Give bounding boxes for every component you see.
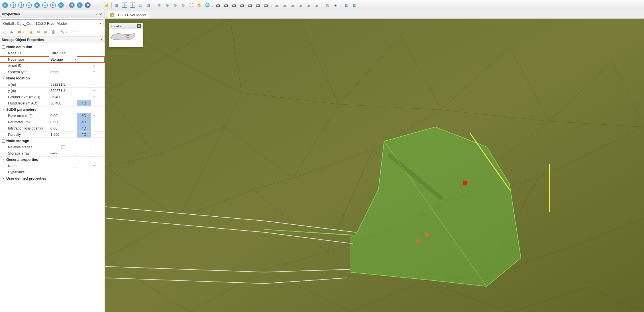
prop-value-input[interactable]: Culv_Out	[49, 50, 77, 56]
ellipsis-button[interactable]: ...	[74, 153, 76, 156]
db-lock-button[interactable]: 🗃	[238, 1, 246, 9]
zoom-extents-button[interactable]: ⛶	[187, 1, 195, 9]
geo-canvas[interactable]: Locator ✕	[105, 19, 644, 312]
prop-flag[interactable]: #D	[77, 113, 91, 119]
skip-back-button[interactable]: ⏮	[1, 1, 9, 9]
group-suds-parameters[interactable]: −SUDS parameters	[0, 106, 105, 113]
panel-maximize-button[interactable]: ▭	[93, 12, 97, 17]
collapse-icon[interactable]: −	[2, 108, 5, 111]
collapse-icon[interactable]: −	[2, 77, 5, 80]
prop-value-input[interactable]: 593231.5	[49, 81, 77, 87]
cloud-a-button[interactable]: ☁	[273, 1, 281, 9]
prev-object-button[interactable]: ◁	[1, 29, 8, 36]
object-selector-dropdown[interactable]: Outfall : Culv_Out : 1D/2D River Model ▾	[1, 19, 103, 27]
grid-button[interactable]: ⊞	[68, 1, 76, 9]
world-button[interactable]: 🌐	[203, 1, 211, 9]
pause-button[interactable]: ‖	[9, 1, 17, 9]
prop-value-input[interactable]: other	[49, 69, 77, 75]
prop-value-input[interactable]: 36.400	[49, 94, 77, 100]
next-object-button[interactable]: ▶	[9, 29, 15, 36]
db-delete-button[interactable]: 🗃	[262, 1, 270, 9]
view-b-button[interactable]: ▦	[350, 1, 358, 9]
database-button[interactable]: 🗄	[50, 29, 57, 36]
prop-dropdown-button[interactable]: ▾	[91, 163, 97, 169]
record-button[interactable]: ●	[41, 1, 49, 9]
prop-value-input[interactable]: 36.400	[49, 100, 77, 106]
cloud-b-button[interactable]: ☁	[281, 1, 289, 9]
prop-flag[interactable]: #D	[77, 100, 91, 106]
prop-flag[interactable]	[77, 163, 91, 169]
cloud-c-button[interactable]: ☁	[289, 1, 297, 9]
ellipsis-button[interactable]: ...	[74, 171, 76, 175]
subpanel-close-button[interactable]: ✕	[99, 38, 103, 42]
info-button[interactable]: i	[76, 1, 84, 9]
prop-value-input[interactable]: 329271.4	[49, 88, 77, 94]
prop-flag[interactable]	[77, 144, 91, 150]
prop-value-input[interactable]: Storage▾	[49, 56, 77, 62]
select-rect-button[interactable]: ⬚	[95, 1, 103, 9]
prop-dropdown-button[interactable]: ▾	[91, 63, 97, 69]
prop-value-input[interactable]: 0.00	[49, 125, 77, 131]
ellipsis-button[interactable]: ...	[74, 165, 76, 169]
db-new-button[interactable]: 🗃	[214, 1, 222, 9]
prop-dropdown-button[interactable]: ▾	[91, 132, 97, 137]
locator-close-button[interactable]: ✕	[137, 24, 141, 28]
prop-flag[interactable]	[77, 150, 91, 156]
prop-value-input[interactable]: 0.000	[49, 119, 77, 125]
table-button-1[interactable]	[121, 1, 129, 9]
db-add-button[interactable]: 🗃	[222, 1, 230, 9]
prop-flag[interactable]	[77, 81, 91, 87]
prop-value-input[interactable]: 1.000	[49, 132, 77, 137]
pointer-button[interactable]: ☝	[103, 1, 111, 9]
prop-flag[interactable]	[77, 94, 91, 100]
group-user-defined-properties[interactable]: +User defined properties	[0, 175, 105, 182]
prop-dropdown-button[interactable]: ▾	[91, 81, 97, 87]
copy-button[interactable]: ▤	[42, 29, 49, 36]
prop-dropdown-button[interactable]: ▾	[91, 88, 97, 94]
collapse-icon[interactable]: −	[2, 45, 5, 49]
expand-icon[interactable]: +	[2, 177, 5, 180]
prop-flag[interactable]: #D	[77, 119, 91, 125]
play-button[interactable]: ▶	[33, 1, 41, 9]
prop-dropdown-button[interactable]: ▾	[91, 125, 97, 131]
loop-button[interactable]: ↻	[49, 1, 57, 9]
prop-dropdown-button[interactable]: ▾	[91, 94, 97, 100]
pan-button[interactable]: ✋	[195, 1, 203, 9]
prop-dropdown-button[interactable]: ▾	[91, 50, 97, 56]
prop-dropdown-button[interactable]: ▾	[91, 169, 97, 175]
cloud-e-button[interactable]: ☁	[305, 1, 313, 9]
zoom-out-button[interactable]: ⊖	[179, 1, 187, 9]
prop-flag[interactable]	[77, 169, 91, 175]
prop-dropdown-button[interactable]: ▾	[91, 113, 97, 119]
prop-dropdown-button[interactable]: ▾	[91, 69, 97, 75]
table-button-4[interactable]: ▦	[144, 1, 152, 9]
collapse-icon[interactable]: −	[2, 139, 5, 143]
group-node-storage[interactable]: −Node storage	[0, 138, 105, 144]
prop-dropdown-button[interactable]: ▾	[91, 100, 97, 106]
prop-value-input[interactable]: ...	[49, 169, 77, 175]
layers-button[interactable]: ◈	[331, 1, 339, 9]
group-node-definition[interactable]: −Node definition	[0, 44, 105, 50]
target-button[interactable]: ⊕	[171, 1, 179, 9]
prop-flag[interactable]	[77, 56, 91, 62]
prop-flag[interactable]	[77, 69, 91, 75]
group-node-location[interactable]: −Node location	[0, 75, 105, 81]
help-button[interactable]: ?	[71, 29, 78, 36]
touch-button[interactable]: ☝	[28, 29, 34, 36]
tab-rivermodel[interactable]: ◢ 1D/2D River Model	[108, 11, 149, 19]
globe-button[interactable]: ◍	[84, 1, 92, 9]
group-general-properties[interactable]: −General properties	[0, 157, 105, 163]
prop-flag[interactable]	[77, 63, 91, 69]
prop-value-input[interactable]: 0.00	[49, 113, 77, 119]
prop-dropdown-button[interactable]: ▾	[91, 150, 97, 156]
db-copy-button[interactable]: 🗃	[246, 1, 254, 9]
prop-flag[interactable]: #D	[77, 132, 91, 137]
refresh-button[interactable]: ✻	[16, 29, 23, 36]
collapse-icon[interactable]: −	[2, 158, 5, 161]
locator-window[interactable]: Locator ✕	[109, 23, 143, 47]
view-a-button[interactable]: ▦	[342, 1, 350, 9]
notes-button[interactable]: 🗎	[35, 29, 42, 36]
prop-flag[interactable]	[77, 88, 91, 94]
db-remove-button[interactable]: 🗃	[230, 1, 238, 9]
prop-dropdown-button[interactable]: ▾	[91, 56, 97, 62]
